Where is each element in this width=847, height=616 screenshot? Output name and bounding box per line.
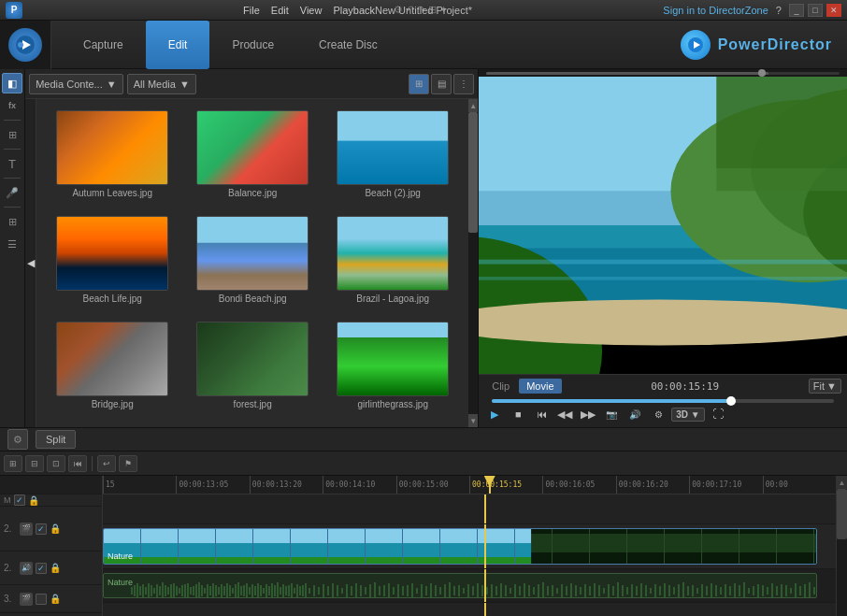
settings-button[interactable]: ⚙: [648, 405, 668, 423]
menu-playback[interactable]: Playback: [333, 5, 375, 16]
grid-view-btn[interactable]: ⊞: [409, 74, 429, 94]
video-track-3-lock[interactable]: 🔒: [50, 594, 61, 605]
media-toolbar: Media Conte... ▼ All Media ▼ ⊞ ▤ ⋮: [25, 69, 478, 99]
video-clip-nature[interactable]: Nature: [103, 528, 817, 565]
media-thumb-bondi: [196, 216, 309, 291]
help-btn[interactable]: ?: [776, 5, 782, 16]
playback-slider[interactable]: [492, 399, 834, 403]
media-item-bondi[interactable]: Bondi Beach.jpg: [184, 212, 321, 314]
window-buttons: _ □ ✕: [789, 4, 841, 17]
media-content-dropdown[interactable]: Media Conte... ▼: [29, 74, 122, 94]
media-item-forest[interactable]: forest.jpg: [184, 318, 321, 420]
volume-slider-knob[interactable]: [758, 69, 766, 77]
video-track-3-icon: 🎬: [20, 593, 33, 606]
preview-volume-bar: [479, 69, 847, 77]
close-button[interactable]: ✕: [826, 4, 841, 17]
tab-produce[interactable]: Produce: [209, 21, 296, 69]
side-grid-btn[interactable]: ⊞: [2, 211, 22, 232]
side-mic-btn[interactable]: 🎤: [2, 182, 22, 203]
master-track-lock[interactable]: 🔒: [28, 494, 39, 506]
menu-view[interactable]: View: [300, 5, 323, 16]
preview-controls: Clip Movie 00:00:15:19 Fit ▼ ▶ ■ ⏮: [479, 374, 847, 427]
timeline-ruler: 15 00:00:13:05 00:00:13:20 00:00:14:10 0…: [103, 476, 836, 494]
player-controls: ▶ ■ ⏮ ◀◀ ▶▶ 📷 🔊 ⚙ 3D ▼ ⛶: [484, 405, 841, 423]
volume-slider-track[interactable]: [486, 72, 840, 75]
maximize-button[interactable]: □: [808, 4, 823, 17]
video-track-2-lock[interactable]: 🔒: [50, 523, 61, 535]
rewind-button[interactable]: ◀◀: [554, 405, 575, 423]
menu-file[interactable]: File: [243, 5, 260, 16]
volume-button[interactable]: 🔊: [624, 405, 645, 423]
tl-zoom-in-btn[interactable]: ⊞: [4, 455, 22, 472]
list-view-btn[interactable]: ▤: [431, 74, 452, 94]
media-item-girl[interactable]: girlinthegrass.jpg: [324, 318, 461, 420]
side-media-btn[interactable]: ◧: [2, 73, 22, 93]
fullscreen-button[interactable]: ⛶: [708, 405, 728, 423]
tl-back-btn[interactable]: ⏮: [68, 455, 87, 472]
panel-collapse-btn[interactable]: ◀: [25, 99, 36, 427]
media-item-autumn[interactable]: Autumn Leaves.jpg: [44, 107, 180, 208]
app-logo-small: P: [6, 2, 28, 19]
track-headers: M 🔒 2. 🎬 🔒 2. 🔊 🔒 3. 🎬 🔒: [0, 476, 103, 616]
media-item-balance[interactable]: Balance.jpg: [184, 107, 321, 208]
forward-button[interactable]: ▶▶: [578, 405, 598, 423]
tl-marker-btn[interactable]: ⚑: [119, 455, 137, 472]
tab-capture[interactable]: Capture: [61, 21, 146, 69]
media-item-bridge[interactable]: Bridge.jpg: [44, 318, 180, 420]
side-fx-btn[interactable]: fx: [2, 95, 22, 116]
tl-fit-btn[interactable]: ⊡: [47, 455, 65, 472]
video-track-2-check[interactable]: [36, 523, 47, 535]
signin-link[interactable]: Sign in to DirectorZone: [663, 5, 768, 16]
three-d-button[interactable]: 3D ▼: [671, 408, 704, 422]
detail-view-btn[interactable]: ⋮: [453, 74, 474, 94]
media-scrollbar[interactable]: ▲ ▼: [468, 99, 478, 427]
side-text-btn[interactable]: T: [2, 153, 22, 174]
snapshot-button[interactable]: 📷: [601, 405, 622, 423]
side-sep-2: [4, 149, 21, 150]
title-right: Sign in to DirectorZone ? _ □ ✕: [663, 4, 841, 17]
audio-track-2-check[interactable]: [36, 563, 47, 574]
split-button[interactable]: Split: [36, 430, 76, 449]
menu-edit[interactable]: Edit: [271, 5, 289, 16]
media-item-brazil[interactable]: Brazil - Lagoa.jpg: [324, 212, 461, 314]
slider-knob[interactable]: [726, 396, 736, 406]
minimize-button[interactable]: _: [789, 4, 804, 17]
scroll-track[interactable]: [468, 112, 478, 414]
stop-button[interactable]: ■: [508, 405, 528, 423]
media-label-bridge: Bridge.jpg: [92, 399, 134, 409]
titlebar: P File Edit View Playback ⚙ ↶ ↷ ⊞ ✦ New …: [0, 0, 847, 21]
svg-rect-27: [104, 529, 531, 564]
app-brand: PowerDirector: [681, 30, 847, 60]
audio-clip-nature[interactable]: Nature: [103, 573, 817, 598]
audio-track-2-lock[interactable]: 🔒: [50, 563, 61, 574]
media-item-beachlife[interactable]: Beach Life.jpg: [44, 212, 180, 314]
media-item-beach2[interactable]: Beach (2).jpg: [324, 107, 461, 208]
master-track-check[interactable]: [14, 494, 25, 506]
vscroll-track[interactable]: [837, 489, 847, 616]
prev-frame-button[interactable]: ⏮: [531, 405, 552, 423]
tl-undo-btn[interactable]: ↩: [97, 455, 116, 472]
video-track-2-row: Nature: [103, 524, 836, 569]
tab-edit[interactable]: Edit: [146, 21, 210, 69]
all-media-dropdown[interactable]: All Media ▼: [127, 74, 196, 94]
timeline-settings-btn[interactable]: ⚙: [7, 429, 28, 450]
scroll-up-btn[interactable]: ▲: [468, 99, 478, 112]
media-label-forest: forest.jpg: [234, 399, 272, 409]
window-title: New Untitled Project*: [375, 5, 472, 16]
vscroll-up-btn[interactable]: ▲: [837, 476, 847, 489]
movie-tab[interactable]: Movie: [519, 379, 561, 394]
media-label-balance: Balance.jpg: [228, 188, 277, 198]
playhead-line-video3: [484, 603, 486, 616]
video-track-3-check[interactable]: [36, 594, 47, 605]
play-button[interactable]: ▶: [484, 405, 505, 423]
fit-dropdown[interactable]: Fit ▼: [809, 379, 841, 394]
ruler-mark-3: 00:00:14:10: [323, 476, 395, 494]
side-lines-btn[interactable]: ☰: [2, 234, 22, 254]
clip-tab[interactable]: Clip: [484, 379, 517, 394]
scroll-down-btn[interactable]: ▼: [468, 414, 478, 427]
timeline-area: M 🔒 2. 🎬 🔒 2. 🔊 🔒 3. 🎬 🔒: [0, 476, 847, 616]
tab-create-disc[interactable]: Create Disc: [296, 21, 400, 69]
side-puzzle-btn[interactable]: ⊞: [2, 124, 22, 145]
tl-zoom-out-btn[interactable]: ⊟: [25, 455, 44, 472]
audio-track-2-num: 2.: [4, 563, 17, 573]
